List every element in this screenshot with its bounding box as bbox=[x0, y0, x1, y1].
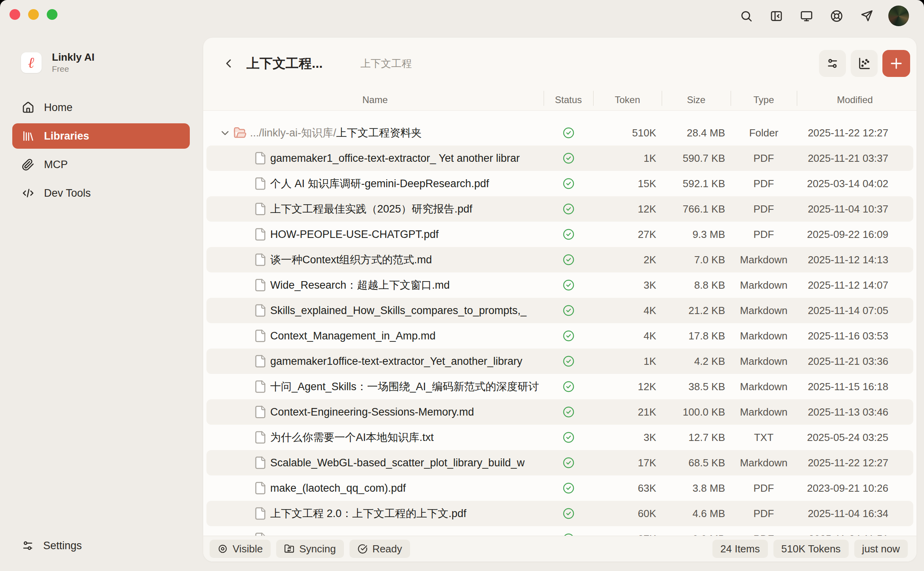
status-cell bbox=[544, 380, 593, 393]
tokens-count-chip[interactable]: 510K Tokens bbox=[773, 540, 849, 558]
modified-cell: 2023-09-21 10:26 bbox=[797, 482, 913, 494]
avatar[interactable] bbox=[888, 6, 909, 26]
status-cell bbox=[544, 482, 593, 494]
type-cell: Markdown bbox=[731, 355, 797, 368]
modified-cell: 2025-11-13 03:46 bbox=[797, 406, 913, 418]
table-row[interactable]: Scalable_WebGL-based_scatter_plot_librar… bbox=[206, 450, 913, 475]
type-cell: Markdown bbox=[731, 381, 797, 393]
visible-chip[interactable]: Visible bbox=[210, 540, 271, 558]
sidebar-item-label: Libraries bbox=[44, 130, 89, 142]
sidebar-item-home[interactable]: Home bbox=[12, 95, 190, 120]
table-row[interactable]: 为什么你需要一个AI本地知识库.txt 3K 12.7 KB TXT 2025-… bbox=[206, 425, 913, 450]
table-row[interactable]: Context_Management_in_Amp.md 4K 17.8 KB … bbox=[206, 323, 913, 349]
table-row[interactable]: 上下文工程 2.0：上下文工程的上下文.pdf 60K 4.6 MB PDF 2… bbox=[206, 501, 913, 526]
column-type[interactable]: Type bbox=[731, 94, 797, 105]
row-indent bbox=[206, 228, 270, 241]
file-name-cell: Context_Management_in_Amp.md bbox=[206, 329, 544, 343]
column-divider bbox=[593, 91, 594, 106]
status-cell bbox=[544, 355, 593, 368]
file-name-cell: HOW-PEOPLE-USE-CHATGPT.pdf bbox=[206, 228, 544, 241]
modified-cell: 2025-11-04 10:37 bbox=[797, 203, 913, 215]
file-name-cell: make_(laotech_qq_com).pdf bbox=[206, 481, 544, 495]
size-cell: 7.0 KB bbox=[662, 254, 731, 266]
file-icon bbox=[254, 507, 267, 520]
table-row[interactable]: make_(laotech_qq_com).pdf 63K 3.8 MB PDF… bbox=[206, 475, 913, 501]
add-button[interactable] bbox=[882, 50, 910, 77]
paperclip-icon bbox=[22, 158, 34, 171]
header-toolbar bbox=[819, 50, 910, 77]
token-cell: 12K bbox=[593, 203, 662, 215]
send-icon[interactable] bbox=[858, 8, 875, 24]
table-row[interactable]: 十问_Agent_Skills：一场围绕_AI_编码新范式的深度研讨 12K 3… bbox=[206, 374, 913, 399]
table-row[interactable]: 上下文工程最佳实践（2025）研究报告.pdf 12K 766.1 KB PDF… bbox=[206, 196, 913, 222]
table-row[interactable]: HOW-PEOPLE-USE-CHATGPT.pdf 27K 9.3 MB PD… bbox=[206, 222, 913, 247]
status-synced-icon bbox=[562, 304, 575, 317]
panel-left-icon[interactable] bbox=[768, 8, 785, 24]
file-name-cell: gamemaker1office-text-extractor_Yet_anot… bbox=[206, 354, 544, 368]
status-cell bbox=[544, 507, 593, 520]
sidebar-item-dev-tools[interactable]: Dev Tools bbox=[12, 180, 190, 206]
modified-cell: 2025-11-21 03:37 bbox=[797, 152, 913, 165]
token-cell: 4K bbox=[593, 330, 662, 342]
items-count-chip[interactable]: 24 Items bbox=[712, 540, 768, 558]
file-name-cell: Context-Engineering-Sessions-Memory.md bbox=[206, 405, 544, 419]
status-cell bbox=[544, 304, 593, 317]
table-row[interactable]: .../linkly-ai-知识库/ 上下文工程资料夹 510K 28.4 MB… bbox=[206, 120, 913, 146]
chevron-down-icon[interactable] bbox=[219, 127, 231, 139]
sidebar-nav: Home Libraries MCP Dev Tools bbox=[12, 95, 190, 206]
sidebar-item-libraries[interactable]: Libraries bbox=[12, 123, 190, 149]
status-cell bbox=[544, 152, 593, 165]
scatter-view-button[interactable] bbox=[851, 50, 878, 77]
file-name-cell: .../linkly-ai-知识库/ 上下文工程资料夹 bbox=[206, 126, 544, 140]
status-bar: Visible Syncing Ready 24 Items 510K Toke… bbox=[203, 536, 916, 561]
file-icon bbox=[254, 380, 267, 393]
type-cell: PDF bbox=[731, 228, 797, 241]
file-icon bbox=[254, 354, 267, 368]
column-size[interactable]: Size bbox=[662, 94, 731, 105]
column-divider bbox=[544, 91, 544, 106]
type-cell: PDF bbox=[731, 178, 797, 190]
sidebar-item-mcp[interactable]: MCP bbox=[12, 152, 190, 177]
modified-cell: 2025-11-16 03:53 bbox=[797, 330, 913, 342]
ready-chip[interactable]: Ready bbox=[349, 540, 410, 558]
file-name-cell: Skills_explained_How_Skills_compares_to_… bbox=[206, 304, 544, 317]
life-buoy-icon[interactable] bbox=[828, 8, 845, 24]
app-window: ℓ Linkly AI Free Home Libraries MCP Dev … bbox=[0, 0, 924, 571]
token-cell: 21K bbox=[593, 406, 662, 418]
size-cell: 766.1 KB bbox=[662, 203, 731, 215]
last-sync-chip[interactable]: just now bbox=[854, 540, 908, 558]
table-row[interactable]: gamemaker1_office-text-extractor_ Yet an… bbox=[206, 146, 913, 171]
monitor-icon[interactable] bbox=[798, 8, 815, 24]
status-synced-icon bbox=[562, 279, 575, 291]
syncing-chip[interactable]: Syncing bbox=[276, 540, 344, 558]
library-icon bbox=[22, 130, 34, 142]
file-name: gamemaker1office-text-extractor_Yet_anot… bbox=[270, 355, 522, 368]
column-status[interactable]: Status bbox=[544, 94, 593, 105]
table-row[interactable]: 个人 AI 知识库调研-gemini-DeepResearch.pdf 15K … bbox=[206, 171, 913, 196]
column-token[interactable]: Token bbox=[593, 94, 662, 105]
table-row[interactable]: Wide_Research：超越上下文窗口.md 3K 8.8 KB Markd… bbox=[206, 272, 913, 298]
plus-icon bbox=[889, 56, 903, 71]
table-row[interactable]: gamemaker1office-text-extractor_Yet_anot… bbox=[206, 349, 913, 374]
filter-settings-button[interactable] bbox=[819, 50, 846, 77]
file-name-cell bbox=[206, 532, 544, 536]
column-modified[interactable]: Modified bbox=[797, 94, 913, 105]
brand: ℓ Linkly AI Free bbox=[21, 51, 94, 74]
table-row[interactable]: 27K 9.9 MB PDF 2025-11-24 11:51 bbox=[206, 526, 913, 536]
file-name-cell: 为什么你需要一个AI本地知识库.txt bbox=[206, 430, 544, 445]
column-divider bbox=[731, 91, 731, 106]
type-cell: Markdown bbox=[731, 305, 797, 317]
ready-label: Ready bbox=[372, 543, 402, 555]
token-cell: 3K bbox=[593, 279, 662, 291]
table-row[interactable]: Context-Engineering-Sessions-Memory.md 2… bbox=[206, 399, 913, 425]
type-cell: Markdown bbox=[731, 457, 797, 469]
status-cell bbox=[544, 253, 593, 266]
search-icon[interactable] bbox=[738, 8, 754, 24]
table-row[interactable]: Skills_explained_How_Skills_compares_to_… bbox=[206, 298, 913, 323]
file-icon bbox=[254, 405, 267, 419]
type-cell: PDF bbox=[731, 508, 797, 520]
sidebar-item-settings[interactable]: Settings bbox=[12, 533, 199, 558]
column-name[interactable]: Name bbox=[206, 94, 544, 105]
table-row[interactable]: 谈一种Context组织方式的范式.md 2K 7.0 KB Markdown … bbox=[206, 247, 913, 272]
back-button[interactable] bbox=[220, 55, 238, 72]
